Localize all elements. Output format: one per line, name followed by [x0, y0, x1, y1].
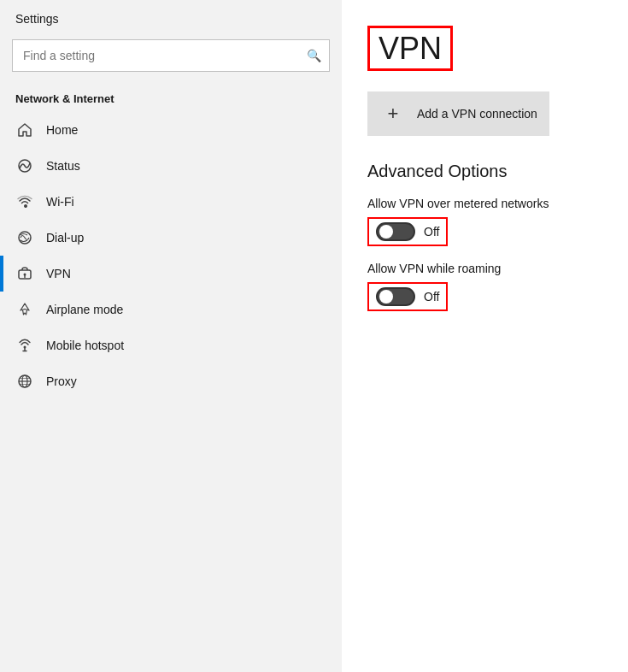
wifi-icon	[15, 192, 34, 211]
sidebar-item-wifi[interactable]: Wi-Fi	[0, 184, 342, 220]
proxy-icon	[15, 372, 34, 391]
page-title: VPN	[367, 26, 453, 71]
toggle-metered-state: Off	[424, 225, 439, 239]
toggle-roaming-label: Allow VPN while roaming	[367, 262, 602, 275]
sidebar-item-hotspot-label: Mobile hotspot	[46, 339, 124, 352]
toggle-roaming-switch[interactable]	[376, 287, 415, 306]
sidebar-item-home-label: Home	[46, 123, 78, 137]
sidebar-item-proxy[interactable]: Proxy	[0, 363, 342, 399]
toggle-metered-section: Allow VPN over metered networks Off	[367, 197, 602, 246]
toggle-metered-label: Allow VPN over metered networks	[367, 197, 602, 210]
sidebar-item-airplane-label: Airplane mode	[46, 303, 123, 316]
toggle-metered-switch[interactable]	[376, 222, 415, 241]
toggle-metered-knob	[379, 225, 393, 239]
toggle-roaming-row[interactable]: Off	[367, 282, 448, 311]
sidebar-item-hotspot[interactable]: Mobile hotspot	[0, 327, 342, 363]
sidebar-item-wifi-label: Wi-Fi	[46, 195, 74, 209]
sidebar-item-dialup-label: Dial-up	[46, 231, 84, 245]
vpn-icon	[15, 264, 34, 283]
plus-icon: +	[379, 100, 407, 127]
main-content: VPN + Add a VPN connection Advanced Opti…	[342, 0, 628, 672]
status-icon	[15, 156, 34, 175]
dialup-icon	[15, 228, 34, 247]
search-icon: 🔍	[307, 49, 321, 62]
add-vpn-label: Add a VPN connection	[417, 107, 537, 121]
advanced-options-title: Advanced Options	[367, 162, 602, 181]
section-label: Network & Internet	[0, 84, 342, 112]
sidebar-item-status-label: Status	[46, 159, 80, 173]
search-input[interactable]	[12, 39, 330, 72]
search-container: 🔍	[12, 39, 330, 72]
sidebar-item-vpn-label: VPN	[46, 267, 71, 280]
sidebar-item-proxy-label: Proxy	[46, 374, 77, 388]
home-icon	[15, 121, 34, 139]
hotspot-icon	[15, 336, 34, 355]
app-title: Settings	[0, 0, 342, 34]
airplane-icon	[15, 300, 34, 319]
add-vpn-button[interactable]: + Add a VPN connection	[367, 91, 549, 136]
sidebar-item-airplane[interactable]: Airplane mode	[0, 292, 342, 327]
toggle-metered-row[interactable]: Off	[367, 217, 448, 246]
sidebar: Settings 🔍 Network & Internet Home Statu…	[0, 0, 342, 672]
sidebar-item-vpn[interactable]: VPN	[0, 256, 342, 292]
toggle-roaming-state: Off	[424, 290, 439, 304]
sidebar-item-dialup[interactable]: Dial-up	[0, 220, 342, 256]
sidebar-item-home[interactable]: Home	[0, 112, 342, 148]
toggle-roaming-knob	[379, 290, 393, 304]
toggle-roaming-section: Allow VPN while roaming Off	[367, 262, 602, 311]
sidebar-item-status[interactable]: Status	[0, 148, 342, 184]
